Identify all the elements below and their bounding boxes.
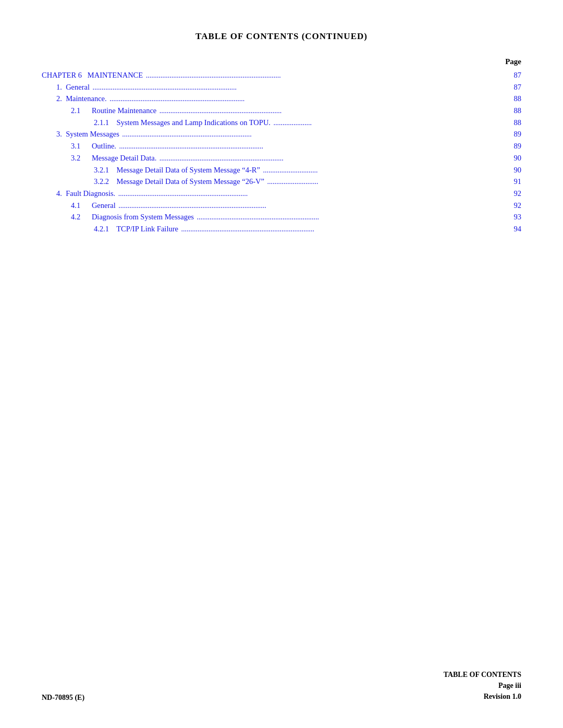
toc-page-3-2-message-detail: 90 [506, 152, 521, 164]
toc-page-4-fault-diagnosis: 92 [506, 188, 521, 199]
toc-label-4-fault-diagnosis: 4. Fault Diagnosis. [56, 188, 115, 199]
toc-entry-4-2-diagnosis[interactable]: 4.2 Diagnosis from System Messages .....… [42, 211, 521, 223]
toc-label-3-system-messages: 3. System Messages [56, 128, 119, 140]
toc-page-3-system-messages: 89 [506, 128, 521, 140]
page-column-label: Page [42, 57, 521, 66]
toc-entry-3-2-message-detail[interactable]: 3.2 Message Detail Data. ...............… [42, 152, 521, 164]
toc-label-3-2-message-detail: 3.2 Message Detail Data. [71, 152, 156, 164]
toc-entry-chapter6[interactable]: CHAPTER 6 MAINTENANCE ..................… [42, 69, 521, 81]
toc-page-4-2-diagnosis: 93 [506, 211, 521, 223]
footer-section-label: TABLE OF CONTENTS [444, 669, 521, 680]
toc-dots-2-1-routine: ........................................… [156, 105, 506, 117]
toc-label-1-general: 1. General [56, 81, 90, 93]
toc-entry-4-2-1-tcp[interactable]: 4.2.1 TCP/IP Link Failure ..............… [42, 223, 521, 235]
toc-page-3-2-1-message-4r: 90 [506, 164, 521, 176]
toc-page-chapter6: 87 [506, 69, 521, 81]
toc-label-2-maintenance: 2. Maintenance. [56, 93, 107, 104]
toc-entry-1-general[interactable]: 1. General .............................… [42, 81, 521, 93]
toc-entry-3-2-1-message-4r[interactable]: 3.2.1 Message Detail Data of System Mess… [42, 164, 521, 176]
toc-entry-2-1-1-system[interactable]: 2.1.1 System Messages and Lamp Indicatio… [42, 117, 521, 129]
toc-entry-4-fault-diagnosis[interactable]: 4. Fault Diagnosis. ....................… [42, 188, 521, 200]
toc-label-2-1-1-system: 2.1.1 System Messages and Lamp Indicatio… [94, 117, 271, 128]
toc-entry-3-1-outline[interactable]: 3.1 Outline. ...........................… [42, 140, 521, 152]
toc-dots-2-maintenance: ........................................… [107, 93, 506, 105]
toc-dots-4-2-1-tcp: ........................................… [178, 224, 506, 235]
toc-label-2-1-routine: 2.1 Routine Maintenance [71, 105, 156, 116]
footer-revision: Revision 1.0 [444, 691, 521, 702]
toc-page-4-1-general: 92 [506, 200, 521, 211]
page: TABLE OF CONTENTS (CONTINUED) Page CHAPT… [0, 0, 563, 728]
footer-page-number: Page iii [444, 680, 521, 691]
toc-label-4-2-diagnosis: 4.2 Diagnosis from System Messages [71, 211, 194, 223]
toc-page-1-general: 87 [506, 81, 521, 93]
toc-dots-3-2-2-message-26v: ............................ [264, 176, 506, 188]
page-title: TABLE OF CONTENTS (CONTINUED) [42, 31, 521, 42]
toc-page-2-maintenance: 88 [506, 93, 521, 104]
toc-dots-3-1-outline: ........................................… [116, 141, 506, 152]
footer: ND-70895 (E) TABLE OF CONTENTS Page iii … [42, 669, 521, 702]
toc-entry-4-1-general[interactable]: 4.1 General ............................… [42, 200, 521, 212]
toc-entry-3-system-messages[interactable]: 3. System Messages .....................… [42, 128, 521, 140]
toc-page-3-2-2-message-26v: 91 [506, 176, 521, 187]
toc-entry-2-1-routine[interactable]: 2.1 Routine Maintenance ................… [42, 105, 521, 117]
toc-page-4-2-1-tcp: 94 [506, 223, 521, 235]
toc-entry-3-2-2-message-26v[interactable]: 3.2.2 Message Detail Data of System Mess… [42, 176, 521, 188]
toc-dots-chapter6: ........................................… [143, 70, 506, 81]
toc-dots-4-2-diagnosis: ........................................… [194, 212, 506, 223]
toc-entry-2-maintenance[interactable]: 2. Maintenance. ........................… [42, 93, 521, 105]
toc-label-4-2-1-tcp: 4.2.1 TCP/IP Link Failure [94, 223, 178, 235]
toc-dots-3-system-messages: ........................................… [119, 129, 506, 140]
toc-label-3-2-2-message-26v: 3.2.2 Message Detail Data of System Mess… [94, 176, 264, 187]
toc-dots-3-2-1-message-4r: .............................. [260, 165, 506, 176]
toc-label-3-2-1-message-4r: 3.2.1 Message Detail Data of System Mess… [94, 164, 260, 176]
footer-right: TABLE OF CONTENTS Page iii Revision 1.0 [444, 669, 521, 702]
toc-label-chapter6: CHAPTER 6 MAINTENANCE [42, 69, 143, 81]
toc-page-2-1-routine: 88 [506, 105, 521, 116]
toc-dots-1-general: ........................................… [90, 82, 506, 93]
toc-page-3-1-outline: 89 [506, 140, 521, 152]
footer-document-id: ND-70895 (E) [42, 694, 84, 702]
toc-label-4-1-general: 4.1 General [71, 200, 116, 211]
toc-label-3-1-outline: 3.1 Outline. [71, 140, 116, 152]
toc-dots-3-2-message-detail: ........................................… [156, 153, 506, 164]
toc-dots-4-1-general: ........................................… [116, 200, 506, 212]
toc-page-2-1-1-system: 88 [506, 117, 521, 128]
toc-container: CHAPTER 6 MAINTENANCE ..................… [42, 69, 521, 235]
toc-dots-4-fault-diagnosis: ........................................… [115, 188, 506, 200]
toc-dots-2-1-1-system: ..................... [271, 117, 506, 129]
